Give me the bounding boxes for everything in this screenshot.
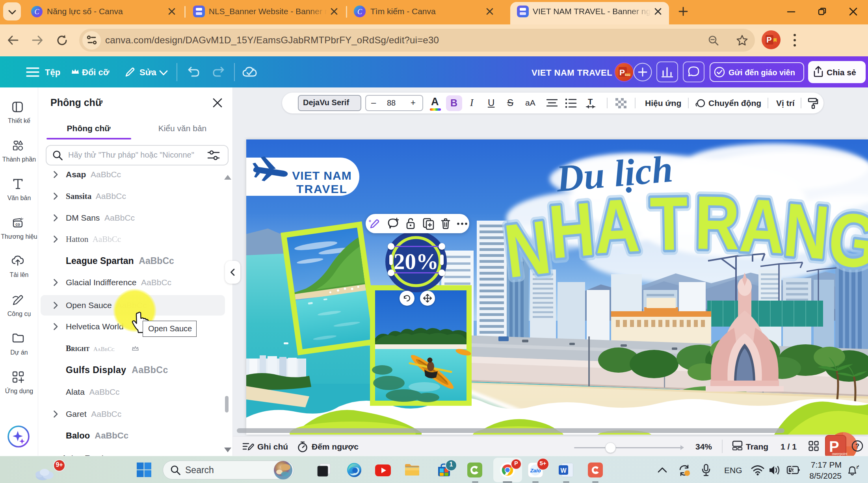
svg-text:R: R [694, 180, 740, 265]
svg-text:co: co [15, 222, 20, 227]
svg-text:P: P [766, 35, 771, 44]
svg-text:A: A [738, 182, 787, 269]
svg-text:T: T [588, 98, 593, 106]
svg-text:N: N [781, 187, 833, 275]
svg-text:20%: 20% [394, 249, 439, 274]
svg-text:C: C [34, 8, 39, 16]
svg-text:A: A [592, 182, 641, 269]
svg-text:TRAVEL: TRAVEL [296, 182, 348, 195]
svg-text:T: T [649, 181, 689, 266]
svg-text:C: C [357, 8, 362, 16]
svg-text:?: ? [855, 442, 859, 450]
svg-text:P: P [619, 68, 625, 77]
svg-text:Easy: Easy [625, 74, 630, 76]
svg-text:VIET NAM: VIET NAM [292, 169, 351, 182]
svg-text:z: z [858, 464, 859, 468]
svg-text:H: H [546, 186, 598, 274]
svg-text:W: W [560, 467, 567, 474]
